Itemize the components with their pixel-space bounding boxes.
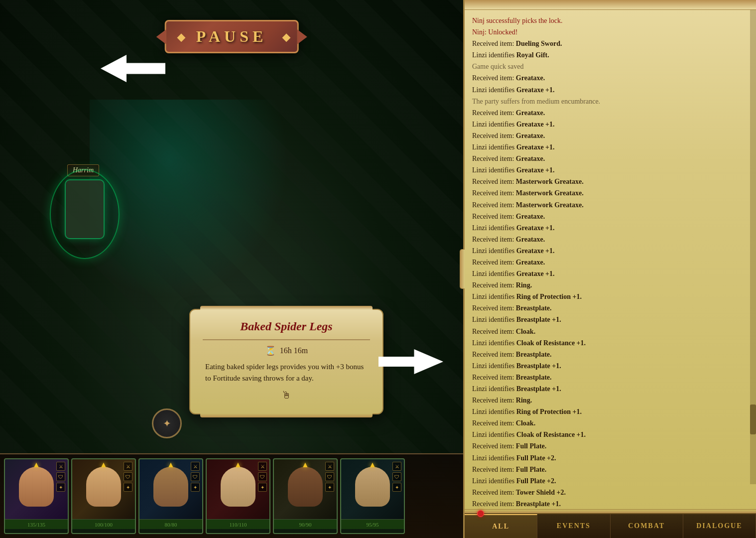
log-scroll-area[interactable]: Ninj successfully picks the lock. Ninj: … bbox=[465, 10, 756, 509]
portrait-2: ⚔ 🛡 ✦ ▲ bbox=[72, 459, 135, 519]
portrait-icon-btn[interactable]: ⚔ bbox=[258, 462, 267, 471]
log-text: Linzi identifies Full Plate +2. bbox=[472, 454, 556, 462]
log-text: Linzi identifies Greataxe +1. bbox=[472, 143, 555, 151]
level-arrow: ▲ bbox=[234, 460, 242, 469]
face bbox=[153, 467, 188, 507]
log-entry: Linzi identifies Greataxe +1. bbox=[472, 84, 749, 96]
log-entry: Linzi identifies Full Plate +2. bbox=[472, 452, 749, 464]
log-entry: Received item: Greataxe. bbox=[472, 257, 749, 268]
portrait-icon-btn[interactable]: ⚔ bbox=[56, 462, 65, 471]
party-members: ⚔ 🛡 ✦ ▲ 135/135 ⚔ 🛡 bbox=[0, 454, 463, 538]
portrait-icon-btn[interactable]: 🛡 bbox=[191, 472, 200, 481]
member-hp: 95/95 bbox=[341, 519, 404, 529]
tab-events[interactable]: EVENTS bbox=[537, 514, 610, 538]
log-entry: Received item: Masterwork Greataxe. bbox=[472, 199, 749, 211]
log-entry: Received item: Tower Shield +2. bbox=[472, 487, 749, 498]
log-text: Linzi identifies Greataxe +1. bbox=[472, 247, 555, 255]
face bbox=[221, 467, 255, 507]
portrait-icon-btn[interactable]: ✦ bbox=[392, 483, 401, 492]
log-text: Linzi identifies Greataxe +1. bbox=[472, 86, 555, 94]
log-entry: Linzi identifies Breastplate +1. bbox=[472, 314, 749, 325]
log-entry: Ninj successfully picks the lock. bbox=[472, 15, 749, 26]
game-viewport: PAUSE Harrim ✦ Baked Spider Legs ⏳ 16h 1… bbox=[0, 0, 463, 538]
portrait-icon-btn[interactable]: ⚔ bbox=[325, 462, 334, 471]
log-text: Linzi identifies Full Plate +2. bbox=[472, 477, 556, 485]
log-text: Received item: Full Plate. bbox=[472, 442, 546, 450]
face bbox=[86, 467, 121, 507]
tooltip-duration: ⏳ 16h 16m bbox=[203, 345, 370, 356]
log-text: Received item: Masterwork Greataxe. bbox=[472, 189, 584, 197]
mouse-icon: 🖱 bbox=[203, 390, 370, 401]
log-text: Linzi identifies Cloak of Resistance +1. bbox=[472, 431, 586, 438]
log-entry: Linzi identifies Cloak of Resistance +1. bbox=[472, 337, 749, 349]
log-entry: Linzi identifies Greataxe +1. bbox=[472, 222, 749, 234]
portrait-icon-btn[interactable]: ✦ bbox=[56, 483, 65, 492]
portrait-icons: ⚔ 🛡 ✦ bbox=[124, 462, 132, 492]
compass[interactable]: ✦ bbox=[152, 408, 182, 438]
red-dot-indicator bbox=[477, 510, 484, 517]
portrait-icon-btn[interactable]: ✦ bbox=[258, 483, 267, 492]
face bbox=[288, 467, 323, 507]
hp-bar bbox=[72, 520, 135, 529]
log-entry: Linzi identifies Greataxe +1. bbox=[472, 164, 749, 176]
log-text: Linzi identifies Greataxe +1. bbox=[472, 224, 555, 232]
log-text: Received item: Full Plate. bbox=[472, 466, 546, 473]
party-member[interactable]: ⚔ 🛡 ✦ ▲ 95/95 bbox=[340, 458, 405, 534]
log-text: Received item: Breastplate. bbox=[472, 374, 552, 381]
log-text: Linzi identifies Ring of Protection +1. bbox=[472, 293, 582, 300]
portrait-icon-btn[interactable]: 🛡 bbox=[258, 472, 267, 481]
log-text: Linzi identifies Greataxe +1. bbox=[472, 121, 555, 128]
log-scrollbar-thumb[interactable] bbox=[750, 404, 756, 434]
food-tooltip: Baked Spider Legs ⏳ 16h 16m Eating baked… bbox=[189, 309, 383, 414]
party-member[interactable]: ⚔ 🛡 ✦ ▲ 100/100 bbox=[71, 458, 136, 534]
portrait-icon-btn[interactable]: ✦ bbox=[124, 483, 132, 492]
log-entry: Ninj: Unlocked! bbox=[472, 26, 749, 38]
tab-all[interactable]: ALL bbox=[465, 514, 537, 538]
level-arrow: ▲ bbox=[32, 460, 40, 469]
log-entry: Linzi identifies Ring of Protection +1. bbox=[472, 406, 749, 417]
portrait-icon-btn[interactable]: ⚔ bbox=[191, 462, 200, 471]
portrait-icon-btn[interactable]: 🛡 bbox=[56, 472, 65, 481]
log-text: Received item: Masterwork Greataxe. bbox=[472, 178, 584, 185]
portrait-1: ⚔ 🛡 ✦ ▲ bbox=[5, 459, 68, 519]
log-text: Received item: Ring. bbox=[472, 397, 532, 404]
portrait-icon-btn[interactable]: ⚔ bbox=[392, 462, 401, 471]
log-text: Received item: Masterwork Greataxe. bbox=[472, 201, 584, 209]
portrait-icon-btn[interactable]: 🛡 bbox=[124, 472, 132, 481]
portrait-icon-btn[interactable]: ⚔ bbox=[124, 462, 132, 471]
member-hp: 90/90 bbox=[274, 519, 337, 529]
log-entry: Received item: Greataxe. bbox=[472, 130, 749, 141]
log-text: Received item: Breastplate +1. bbox=[472, 500, 561, 508]
log-entry: Received item: Greataxe. bbox=[472, 72, 749, 84]
log-text: Received item: Greataxe. bbox=[472, 213, 545, 220]
member-hp: 100/100 bbox=[72, 519, 135, 529]
portrait-icon-btn[interactable]: ✦ bbox=[191, 483, 200, 492]
tooltip-scroll: Baked Spider Legs ⏳ 16h 16m Eating baked… bbox=[189, 309, 383, 414]
party-member[interactable]: ⚔ 🛡 ✦ ▲ 80/80 bbox=[138, 458, 203, 534]
log-entry: Received item: Breastplate +1. bbox=[472, 498, 749, 509]
log-text: Ninj successfully picks the lock. bbox=[472, 17, 563, 24]
hp-bar bbox=[5, 520, 68, 529]
log-text: Received item: Greataxe. bbox=[472, 155, 545, 162]
portrait-icons: ⚔ 🛡 ✦ bbox=[392, 462, 401, 492]
party-bar: ⚔ 🛡 ✦ ▲ 135/135 ⚔ 🛡 bbox=[0, 453, 463, 538]
party-member[interactable]: ⚔ 🛡 ✦ ▲ 90/90 bbox=[273, 458, 338, 534]
party-member[interactable]: ⚔ 🛡 ✦ ▲ 110/110 bbox=[206, 458, 270, 534]
member-hp: 135/135 bbox=[5, 519, 68, 529]
party-member[interactable]: ⚔ 🛡 ✦ ▲ 135/135 bbox=[4, 458, 69, 534]
portrait-icon-btn[interactable]: 🛡 bbox=[325, 472, 334, 481]
tooltip-description: Eating baked spider legs provides you wi… bbox=[203, 361, 370, 384]
log-text: Linzi identifies Breastplate +1. bbox=[472, 362, 561, 370]
log-entry: Linzi identifies Greataxe +1. bbox=[472, 268, 749, 279]
log-entry: Received item: Cloak. bbox=[472, 326, 749, 337]
tab-combat[interactable]: COMBAT bbox=[611, 514, 683, 538]
log-scrollbar[interactable] bbox=[750, 10, 756, 484]
log-entry: Received item: Greataxe. bbox=[472, 211, 749, 222]
event-log: Ninj successfully picks the lock. Ninj: … bbox=[463, 0, 756, 538]
portrait-icon-btn[interactable]: 🛡 bbox=[392, 472, 401, 481]
tab-dialogue[interactable]: DIALOGUE bbox=[683, 514, 756, 538]
log-text: The party suffers from medium encumbranc… bbox=[472, 98, 600, 105]
log-entry: Linzi identifies Greataxe +1. bbox=[472, 245, 749, 257]
pause-scroll: PAUSE bbox=[165, 20, 299, 53]
portrait-icon-btn[interactable]: ✦ bbox=[325, 483, 334, 492]
